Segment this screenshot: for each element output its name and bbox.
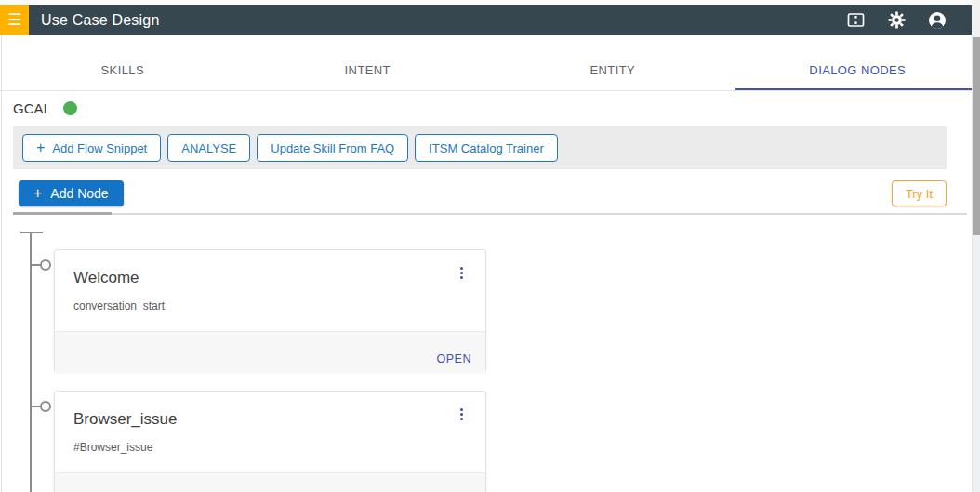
- skill-row: GCAI: [0, 91, 980, 123]
- add-node-button[interactable]: + Add Node: [19, 180, 124, 206]
- account-icon: [927, 10, 947, 31]
- node-connector-port[interactable]: [40, 259, 51, 271]
- kebab-icon: [460, 267, 463, 270]
- toolbar-strip: + Add Flow Snippet ANALYSE Update Skill …: [13, 126, 947, 169]
- node-title: Welcome: [73, 269, 467, 287]
- skill-name: GCAI: [13, 100, 47, 116]
- node-title: Browser_issue: [73, 410, 467, 429]
- node-actions-row: + Add Node Try It: [19, 180, 947, 206]
- horizontal-scrollbar-thumb[interactable]: [13, 212, 112, 215]
- gear-icon: [887, 10, 907, 30]
- node-footer-left-link[interactable]: U: [111, 486, 120, 492]
- app-header: ☰ Use Case Design: [0, 5, 972, 35]
- fullscreen-icon: [846, 10, 866, 30]
- tab-intent[interactable]: INTENT: [245, 52, 491, 90]
- dialog-node-card-browser-issue: Browser_issue #Browser_issue U OPEN: [54, 391, 486, 492]
- plus-icon: +: [36, 140, 45, 155]
- node-menu-button[interactable]: [457, 264, 466, 282]
- add-node-label: Add Node: [50, 186, 108, 201]
- account-button[interactable]: [927, 10, 947, 31]
- itsm-catalog-trainer-button[interactable]: ITSM Catalog Trainer: [415, 134, 558, 162]
- scrollbar-corner: [972, 0, 980, 35]
- kebab-icon: [460, 408, 463, 411]
- tab-dialog-nodes[interactable]: DIALOG NODES: [735, 52, 980, 90]
- fullscreen-button[interactable]: [845, 10, 866, 31]
- node-connector-port[interactable]: [40, 401, 51, 412]
- tree-root-cap: [20, 232, 43, 233]
- vertical-scrollbar: [972, 35, 980, 492]
- update-skill-from-faq-label: Update Skill From FAQ: [271, 141, 394, 155]
- node-condition: #Browser_issue: [73, 441, 467, 454]
- tab-entity[interactable]: ENTITY: [490, 52, 735, 90]
- settings-button[interactable]: [886, 10, 907, 31]
- app-window: ☰ Use Case Design: [0, 0, 980, 492]
- plus-icon: +: [33, 186, 42, 201]
- node-card-body: Welcome conversation_start: [55, 250, 485, 331]
- tab-skills[interactable]: SKILLS: [0, 52, 245, 90]
- add-flow-snippet-button[interactable]: + Add Flow Snippet: [22, 134, 161, 162]
- update-skill-from-faq-button[interactable]: Update Skill From FAQ: [257, 134, 408, 162]
- menu-button[interactable]: ☰: [0, 5, 29, 35]
- status-dot: [63, 101, 77, 115]
- node-condition: conversation_start: [73, 299, 467, 312]
- try-it-button[interactable]: Try It: [892, 180, 947, 206]
- dialog-tree-canvas: Welcome conversation_start OPEN Browser_…: [0, 216, 980, 492]
- node-card-footer: U OPEN: [55, 472, 485, 492]
- open-node-link[interactable]: OPEN: [437, 345, 471, 373]
- hamburger-icon: ☰: [7, 11, 21, 29]
- node-card-footer: OPEN: [55, 331, 485, 373]
- add-flow-snippet-label: Add Flow Snippet: [52, 141, 147, 155]
- tab-bar: SKILLS INTENT ENTITY DIALOG NODES: [0, 52, 980, 91]
- page-title: Use Case Design: [41, 12, 845, 29]
- node-menu-button[interactable]: [457, 406, 466, 423]
- header-actions: [845, 10, 947, 31]
- dialog-node-card-welcome: Welcome conversation_start OPEN: [54, 249, 486, 372]
- window-left-edge: [1, 35, 2, 492]
- horizontal-scrollbar-track: [16, 213, 967, 215]
- node-card-body: Browser_issue #Browser_issue: [55, 392, 485, 472]
- analyse-button[interactable]: ANALYSE: [167, 134, 250, 162]
- analyse-label: ANALYSE: [181, 141, 236, 155]
- open-node-link[interactable]: OPEN: [437, 486, 471, 492]
- tree-trunk-line: [30, 232, 32, 492]
- vertical-scrollbar-thumb[interactable]: [973, 37, 980, 235]
- itsm-catalog-trainer-label: ITSM Catalog Trainer: [429, 141, 544, 155]
